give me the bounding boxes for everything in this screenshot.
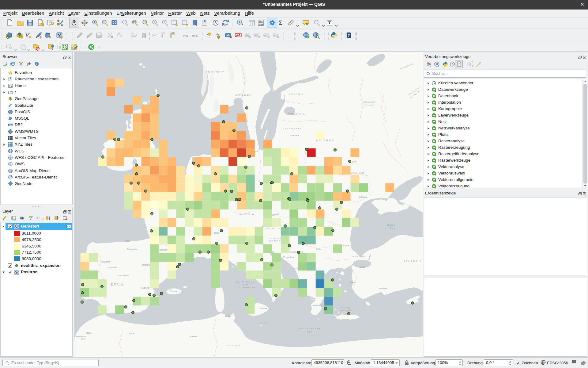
svg-text:TUNISIA: TUNISIA [227, 344, 241, 347]
svg-text:MOSCOW: MOSCOW [363, 101, 376, 103]
svg-text:Antalya•: Antalya• [379, 287, 387, 290]
svg-text:Bursa•: Bursa• [360, 266, 366, 268]
svg-text:Zaragoza•: Zaragoza• [141, 264, 152, 266]
svg-text:ab: ab [255, 34, 258, 37]
svg-text:Fez•: Fez• [81, 338, 86, 340]
svg-text:AUSTRIA: AUSTRIA [239, 213, 254, 216]
svg-text:Odessa•: Odessa• [359, 196, 367, 198]
svg-text:NORWAY: NORWAY [208, 71, 224, 74]
svg-text:Mer: Mer [243, 283, 248, 286]
svg-text:R: R [436, 62, 438, 66]
svg-text:TURKEY: TURKEY [403, 259, 423, 263]
svg-text:Mar Tirreno i: Mar Tirreno i [236, 281, 254, 283]
svg-text:Rabat•: Rabat• [85, 332, 92, 334]
svg-text:Izmir•: Izmir• [349, 282, 355, 284]
svg-text:Oujda•: Oujda• [128, 332, 134, 335]
svg-text:Toulouse•: Toulouse• [159, 249, 168, 251]
svg-text:Valencia•: Valencia• [141, 287, 150, 289]
svg-text:Kyiv•: Kyiv• [352, 161, 357, 163]
svg-text:MADRID: MADRID [118, 274, 129, 277]
svg-text:Bilbao•: Bilbao• [125, 240, 131, 242]
svg-text:Sea: Sea [390, 227, 396, 229]
svg-text:✂: ✂ [152, 32, 157, 39]
svg-text:V: V [9, 156, 11, 159]
svg-text:Burgas•: Burgas• [343, 244, 351, 247]
svg-text:ESTONIA: ESTONIA [289, 93, 304, 96]
svg-text:ab: ab [273, 34, 276, 37]
svg-text:LITHUANIA: LITHUANIA [283, 127, 302, 130]
svg-text:DB2: DB2 [9, 124, 13, 126]
svg-text:Tyrrhenienne: Tyrrhenienne [236, 286, 255, 289]
svg-text:abc: abc [216, 33, 221, 36]
svg-text:OBLAST: OBLAST [364, 104, 375, 106]
svg-text:ab: ab [246, 34, 249, 37]
svg-text:Casablanca•: Casablanca• [74, 335, 86, 338]
svg-text:T: T [328, 21, 331, 25]
svg-text:Black: Black [387, 224, 395, 226]
svg-text:Cordoba•: Cordoba• [107, 266, 117, 269]
svg-text:1:1: 1:1 [143, 21, 146, 23]
svg-text:Pamplona•: Pamplona• [127, 248, 138, 251]
svg-text:ab: ab [264, 34, 267, 37]
svg-text:Valladolid•: Valladolid• [101, 261, 111, 263]
svg-text:CROATIA: CROATIA [266, 227, 281, 230]
svg-text:Riga•: Riga• [288, 112, 294, 115]
svg-text:Tunis•: Tunis• [225, 315, 231, 317]
svg-text:LATVIA: LATVIA [293, 113, 305, 115]
svg-text:Kalamata•: Kalamata• [313, 305, 323, 307]
svg-text:?: ? [348, 33, 350, 38]
svg-text:ISTANBUL: ISTANBUL [352, 255, 366, 258]
svg-text:a: a [61, 23, 63, 26]
svg-text:SWEDEN: SWEDEN [236, 93, 252, 96]
svg-text:Sofia•: Sofia• [316, 248, 322, 250]
svg-text:pelagos: pelagos [340, 309, 352, 312]
svg-text:MALTA: MALTA [259, 322, 269, 324]
svg-text:ab: ab [226, 34, 230, 37]
svg-text:Kritiko: Kritiko [341, 306, 350, 309]
svg-text:Σ: Σ [279, 19, 282, 26]
svg-text:Podgorica•: Podgorica• [283, 256, 294, 259]
svg-text:Catania•: Catania• [259, 307, 267, 309]
svg-text:Milan•: Milan• [214, 232, 220, 234]
svg-text:Sea: Sea [307, 330, 313, 333]
svg-text:Kaunas•: Kaunas• [291, 134, 299, 136]
svg-text:SPAIN: SPAIN [111, 283, 124, 286]
svg-text:Mediterranean: Mediterranean [298, 327, 320, 330]
svg-text:Palma•: Palma• [170, 290, 177, 292]
svg-text:Biskra•: Biskra• [190, 335, 197, 338]
